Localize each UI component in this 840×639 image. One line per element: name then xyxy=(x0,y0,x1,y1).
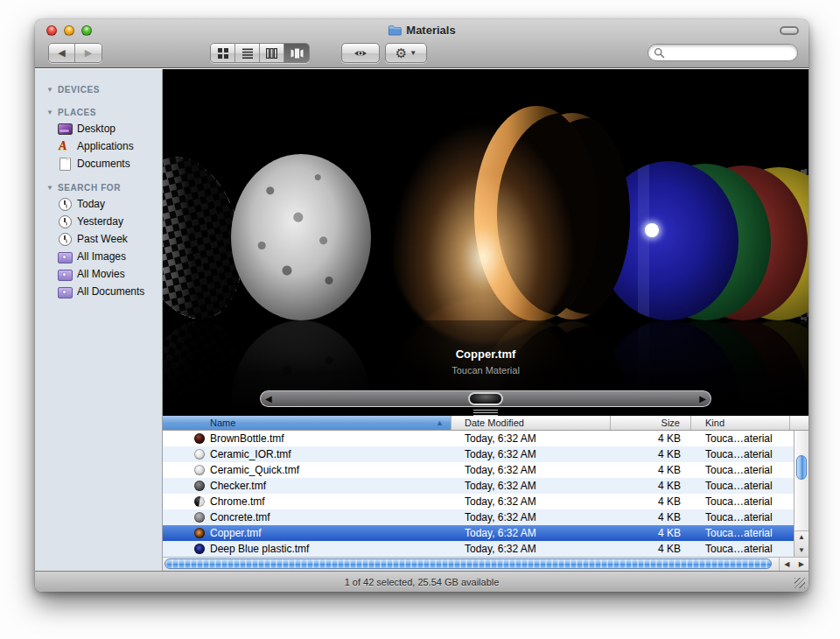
blue-specular-highlight xyxy=(645,223,659,237)
column-view-button[interactable] xyxy=(260,44,284,62)
horizontal-scroll-track[interactable] xyxy=(163,558,779,571)
sidebar-item-all-documents[interactable]: All Documents xyxy=(35,283,162,300)
coverflow-resize-handle[interactable] xyxy=(473,410,498,416)
table-row[interactable]: Concrete.tmf Today, 6:32 AM 4 KB Touca…a… xyxy=(163,509,808,525)
disclosure-triangle-icon[interactable]: ▼ xyxy=(46,109,53,116)
coverflow-view-button[interactable] xyxy=(284,44,309,62)
window-content: ▼ DEVICES ▼ PLACES Desktop Applications … xyxy=(35,69,808,571)
sidebar-item-documents[interactable]: Documents xyxy=(35,155,162,172)
disclosure-triangle-icon[interactable]: ▼ xyxy=(46,86,53,94)
table-row[interactable]: Checker.tmf Today, 6:32 AM 4 KB Touca…at… xyxy=(163,478,808,494)
vertical-scrollbar[interactable]: ▲ ▼ xyxy=(794,431,808,557)
coverflow-scrollbar-thumb[interactable] xyxy=(468,392,503,405)
copper-flare xyxy=(387,116,579,344)
finder-window: Materials ◀ ▶ xyxy=(35,19,808,592)
material-thumbnail-icon xyxy=(194,528,205,538)
title-bar[interactable]: Materials xyxy=(35,19,808,42)
toolbar-toggle-button[interactable] xyxy=(780,26,799,35)
list-view-button[interactable] xyxy=(235,44,260,62)
file-size-cell: 4 KB xyxy=(611,543,691,555)
disclosure-triangle-icon[interactable]: ▼ xyxy=(46,184,53,192)
column-header-name[interactable]: Name ▲ xyxy=(163,416,452,430)
date-modified-cell: Today, 6:32 AM xyxy=(452,464,611,476)
material-thumbnail-icon xyxy=(194,449,205,460)
icon-view-button[interactable] xyxy=(211,44,235,62)
sidebar-item-today[interactable]: Today xyxy=(35,195,162,213)
file-name: Ceramic_IOR.tmf xyxy=(210,448,291,460)
coverflow-view[interactable]: Copper.tmf Toucan Material ◀ ▶ xyxy=(163,69,808,416)
table-row[interactable]: BrownBottle.tmf Today, 6:32 AM 4 KB Touc… xyxy=(163,431,808,446)
sidebar-section: ▼ DEVICES xyxy=(35,81,162,97)
coverflow-scrollbar[interactable]: ◀ ▶ xyxy=(260,390,711,407)
search-input[interactable] xyxy=(665,47,792,58)
horizontal-scrollbar[interactable]: ◀ ▶ xyxy=(163,557,808,571)
horizontal-scrollbar-thumb[interactable] xyxy=(164,558,772,569)
scroll-down-icon[interactable]: ▼ xyxy=(798,547,805,554)
eye-icon xyxy=(354,48,368,59)
file-kind-cell: Touca…aterial xyxy=(691,448,790,460)
date-modified-cell: Today, 6:32 AM xyxy=(452,527,611,539)
traffic-lights xyxy=(46,25,92,36)
window-title-text: Materials xyxy=(406,24,455,37)
search-field[interactable] xyxy=(648,44,798,61)
coverflow-scroll-left-icon[interactable]: ◀ xyxy=(265,395,272,404)
vertical-scrollbar-thumb[interactable] xyxy=(796,455,807,480)
coverflow-scroll-right-icon[interactable]: ▶ xyxy=(699,395,706,404)
file-name: Concrete.tmf xyxy=(210,511,270,523)
sort-ascending-icon: ▲ xyxy=(436,418,444,427)
forward-button[interactable]: ▶ xyxy=(75,44,102,62)
file-size-cell: 4 KB xyxy=(611,527,691,539)
file-size-cell: 4 KB xyxy=(611,511,691,523)
back-button[interactable]: ◀ xyxy=(49,44,75,62)
close-button[interactable] xyxy=(46,25,57,36)
file-name: Checker.tmf xyxy=(210,480,266,492)
column-header-date-modified[interactable]: Date Modified xyxy=(452,416,611,430)
documents-icon xyxy=(58,157,72,171)
window-chrome: Materials ◀ ▶ xyxy=(35,19,808,68)
quick-look-button[interactable] xyxy=(341,43,380,63)
table-row[interactable]: Chrome.tmf Today, 6:32 AM 4 KB Touca…ate… xyxy=(163,494,808,509)
minimize-button[interactable] xyxy=(64,25,74,36)
sidebar: ▼ DEVICES ▼ PLACES Desktop Applications … xyxy=(35,69,163,571)
sidebar-item-desktop[interactable]: Desktop xyxy=(35,120,162,137)
sidebar-section-header-search-for[interactable]: ▼ SEARCH FOR xyxy=(35,179,162,195)
material-thumbnail-icon xyxy=(194,481,205,491)
sidebar-item-applications[interactable]: Applications xyxy=(35,137,162,155)
table-row[interactable]: Deep Blue plastic.tmf Today, 6:32 AM 4 K… xyxy=(163,541,808,557)
column-header-size[interactable]: Size xyxy=(611,416,691,430)
list-body: BrownBottle.tmf Today, 6:32 AM 4 KB Touc… xyxy=(163,431,808,557)
sidebar-item-yesterday[interactable]: Yesterday xyxy=(35,213,162,230)
action-menu-button[interactable]: ⚙ ▼ xyxy=(385,43,427,63)
table-row[interactable]: Ceramic_IOR.tmf Today, 6:32 AM 4 KB Touc… xyxy=(163,446,808,462)
zoom-button[interactable] xyxy=(81,25,92,36)
date-modified-cell: Today, 6:32 AM xyxy=(452,495,611,508)
table-row[interactable]: Ceramic_Quick.tmf Today, 6:32 AM 4 KB To… xyxy=(163,462,808,478)
table-row[interactable]: Copper.tmf Today, 6:32 AM 4 KB Touca…ate… xyxy=(163,525,808,541)
material-thumbnail-icon xyxy=(194,544,205,554)
file-kind-cell: Touca…aterial xyxy=(691,495,790,508)
coverflow-item-concrete[interactable] xyxy=(231,154,371,320)
sidebar-section-header-places[interactable]: ▼ PLACES xyxy=(35,104,162,120)
file-name: Deep Blue plastic.tmf xyxy=(210,543,309,555)
smart-folder-icon xyxy=(58,249,72,263)
scroll-up-icon[interactable]: ▲ xyxy=(798,534,805,541)
resize-grip[interactable] xyxy=(794,578,805,588)
sidebar-section-header-devices[interactable]: ▼ DEVICES xyxy=(35,81,162,97)
column-header-kind[interactable]: Kind xyxy=(691,416,790,430)
sidebar-item-all-movies[interactable]: All Movies xyxy=(35,265,162,283)
file-kind-cell: Touca…aterial xyxy=(691,543,790,555)
folder-icon xyxy=(388,25,402,36)
file-size-cell: 4 KB xyxy=(611,480,691,492)
material-thumbnail-icon xyxy=(194,433,205,444)
desktop-icon xyxy=(58,122,72,136)
sidebar-item-all-images[interactable]: All Images xyxy=(35,248,162,265)
material-thumbnail-icon xyxy=(194,496,205,507)
material-thumbnail-icon xyxy=(194,512,205,523)
scroll-left-icon[interactable]: ◀ xyxy=(784,560,789,568)
chevron-down-icon: ▼ xyxy=(410,49,416,57)
sidebar-item-past-week[interactable]: Past Week xyxy=(35,230,162,248)
file-size-cell: 4 KB xyxy=(611,464,691,476)
scroll-right-icon[interactable]: ▶ xyxy=(799,560,804,568)
file-kind-cell: Touca…aterial xyxy=(691,432,790,445)
smart-folder-icon xyxy=(58,284,72,298)
